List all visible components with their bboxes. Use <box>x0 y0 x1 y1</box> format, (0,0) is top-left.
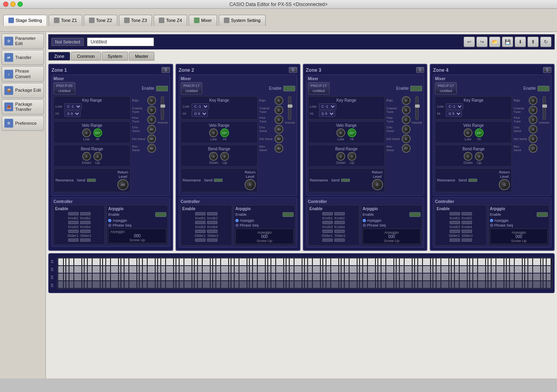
zone-2-del-knob[interactable]: 40 <box>275 134 283 143</box>
zone-4-bend-up-knob[interactable]: 2 <box>475 152 484 161</box>
zone-2-low-select[interactable]: C -1 <box>192 103 209 110</box>
zone-4-hi-select[interactable]: G 9 <box>446 110 462 117</box>
zone-3-phrase-radio-dot[interactable] <box>363 224 366 227</box>
sidebar-item-param-edit[interactable]: ⚙ Parameter Edit <box>2 33 44 49</box>
zone-1-velo-hi-knob[interactable]: 127 <box>93 128 102 137</box>
zone-2-enable-toggle[interactable] <box>283 86 295 91</box>
zone-2-hi-select[interactable]: G 9 <box>192 110 208 117</box>
zone-1-knob3-bar[interactable] <box>68 221 79 224</box>
zone-1-slider1-bar[interactable] <box>68 230 79 233</box>
tab-stage-setting[interactable]: Stage Setting <box>3 15 47 26</box>
zone-4-knob1[interactable] <box>450 212 460 215</box>
undo-button[interactable]: ↩ <box>464 37 475 47</box>
tab-tone-z4[interactable]: Tone Z4 <box>154 15 187 26</box>
zone-1-knob2-bar[interactable] <box>80 212 91 215</box>
zone-4-slider2[interactable] <box>462 230 472 233</box>
zone-2-slider2[interactable] <box>207 230 217 233</box>
zone-3-cho-knob[interactable]: 0 <box>402 125 411 134</box>
sidebar-item-package-transfer[interactable]: 📤 Package Transfer <box>2 99 44 114</box>
zone-4-enable-toggle[interactable] <box>537 86 549 91</box>
close-button[interactable] <box>3 2 8 7</box>
zone-1-volume-thumb[interactable] <box>160 104 165 108</box>
zone-1-knob1-bar[interactable] <box>68 212 79 215</box>
zone-2-res-send-toggle[interactable] <box>214 179 223 182</box>
open-button[interactable]: 📂 <box>489 37 500 47</box>
zone-4-slider1[interactable] <box>450 230 460 233</box>
zone-3-knob1[interactable] <box>322 212 333 215</box>
zone-3-knob3[interactable] <box>322 221 333 224</box>
zone-1-bend-up-knob[interactable]: 2 <box>93 152 102 161</box>
zone-3-rev-knob[interactable]: 27 <box>402 144 411 153</box>
subtab-common[interactable]: Common <box>71 52 101 61</box>
zone-3-volume-thumb[interactable] <box>415 104 420 108</box>
zone-1-rev-knob[interactable]: 40 <box>147 144 156 153</box>
zone-1-pan-knob[interactable]: 0 <box>147 96 156 105</box>
zone-4-rev-knob[interactable]: 27 <box>529 144 537 153</box>
zone-1-del-knob[interactable]: 40 <box>147 134 156 143</box>
zone-2-arp-radio-dot[interactable] <box>235 219 239 222</box>
zone-1-velo-low-knob[interactable]: 0 <box>82 128 91 137</box>
zone-3-return-knob[interactable]: 0 <box>372 179 383 190</box>
zone-4-bend-down-knob[interactable]: 2 <box>464 152 472 161</box>
tab-tone-z2[interactable]: Tone Z2 <box>84 15 117 26</box>
zone-4-return-knob[interactable]: 0 <box>499 179 510 190</box>
sidebar-item-transfer[interactable]: ⇄ Transfer <box>2 50 44 65</box>
zone-3-fine-knob[interactable]: 0 <box>402 115 411 124</box>
zone-4-coarse-knob[interactable]: 0 <box>529 106 537 114</box>
zone-1-slider4-bar[interactable] <box>80 238 91 242</box>
zone-4-fine-knob[interactable]: 0 <box>529 115 537 124</box>
zone-3-hi-select[interactable]: G 9 <box>319 110 335 117</box>
zone-3-bend-up-knob[interactable]: 2 <box>348 152 356 161</box>
zone-2-volume-slider[interactable] <box>288 96 291 120</box>
zone-3-enable-toggle[interactable] <box>410 86 422 91</box>
zone-4-s-button[interactable]: S <box>543 67 551 73</box>
zone-3-pan-knob[interactable]: 0 <box>402 96 411 105</box>
zone-1-coarse-knob[interactable]: 0 <box>147 106 156 114</box>
sidebar-item-preference[interactable]: ⚙ Preference <box>2 116 44 131</box>
zone-1-volume-slider[interactable] <box>161 96 164 120</box>
zone-2-slider3[interactable] <box>195 238 205 242</box>
tab-mixer[interactable]: Mixer <box>189 15 217 26</box>
zone-1-phrase-radio-dot[interactable] <box>108 224 111 227</box>
import-button[interactable]: ⬇ <box>515 37 526 47</box>
zone-1-slider2-bar[interactable] <box>80 230 91 233</box>
sidebar-item-phrase-convert[interactable]: ♪ Phrase Convert <box>2 66 44 81</box>
zone-1-enable-toggle[interactable] <box>156 86 168 91</box>
zone-1-key-range-low-select[interactable]: C -1 <box>64 103 82 110</box>
zone-4-slider4[interactable] <box>462 238 472 242</box>
zone-2-bend-down-knob[interactable]: 2 <box>209 152 218 161</box>
stage-name-input[interactable] <box>87 37 154 46</box>
zone-2-pan-knob[interactable]: 0 <box>275 96 283 105</box>
redo-button[interactable]: ↪ <box>476 37 488 47</box>
zone-1-cho-knob[interactable]: 40 <box>147 125 156 134</box>
zone-2-slider4[interactable] <box>207 238 217 242</box>
zone-4-del-knob[interactable]: 0 <box>529 134 537 143</box>
zone-4-knob4[interactable] <box>462 221 472 224</box>
zone-4-volume-thumb[interactable] <box>542 104 547 108</box>
zone-2-knob3[interactable] <box>195 221 205 224</box>
subtab-system[interactable]: System <box>102 52 128 61</box>
export-button[interactable]: ⬆ <box>527 37 539 47</box>
zone-3-arp-toggle[interactable] <box>409 212 421 217</box>
zone-2-pno-btn[interactable]: PNO:P:17Untitled <box>181 82 203 95</box>
zone-4-arp-toggle[interactable] <box>537 212 548 217</box>
zone-2-return-knob[interactable]: 0 <box>245 179 256 190</box>
subtab-zone[interactable]: Zone <box>48 52 70 61</box>
zone-4-res-send-toggle[interactable] <box>468 179 477 182</box>
zone-4-low-select[interactable]: C -1 <box>446 103 463 110</box>
zone-4-slider3[interactable] <box>450 238 460 242</box>
zone-1-s-button[interactable]: S <box>162 67 170 73</box>
zone-3-bend-down-knob[interactable]: 2 <box>336 152 345 161</box>
zone-2-knob4[interactable] <box>207 221 217 224</box>
zone-3-low-select[interactable]: C -1 <box>319 103 336 110</box>
sidebar-item-package-edit[interactable]: 📦 Package Edit <box>2 83 44 98</box>
zone-3-s-button[interactable]: S <box>416 67 425 73</box>
zone-3-slider1[interactable] <box>322 230 333 233</box>
zone-3-del-knob[interactable]: 0 <box>402 134 411 143</box>
zone-2-velo-low-knob[interactable]: 0 <box>209 128 218 137</box>
zone-2-velo-hi-knob[interactable]: 127 <box>220 128 229 137</box>
zone-1-fine-knob[interactable]: 0 <box>147 115 156 124</box>
zone-4-knob3[interactable] <box>450 221 460 224</box>
zone-4-knob2[interactable] <box>462 212 472 215</box>
zone-3-coarse-knob[interactable]: 0 <box>402 106 411 114</box>
